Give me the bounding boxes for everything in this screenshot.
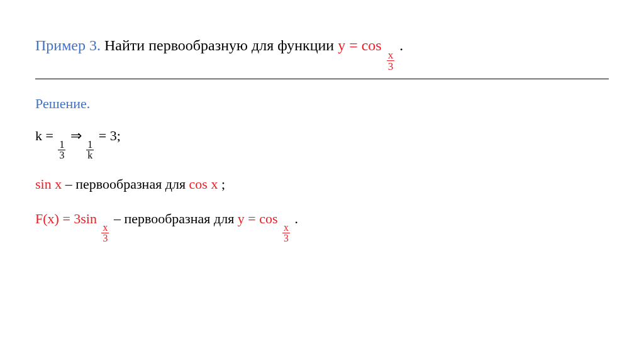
example-label: Пример 3. xyxy=(35,37,101,53)
y-fraction-num: x xyxy=(282,223,290,233)
problem-prompt: Найти первообразную для функции xyxy=(104,37,338,53)
F-fraction-num: x xyxy=(101,223,109,233)
func-fraction: x 3 xyxy=(387,50,395,72)
F-fraction-den: 3 xyxy=(101,233,109,243)
line-sin-cos: sin x – первообразная для cos x ; xyxy=(35,173,609,195)
problem-title: Пример 3. Найти первообразную для функци… xyxy=(35,35,609,79)
sinx: sin x xyxy=(35,176,62,192)
func-lhs: y = cos xyxy=(338,37,382,53)
y-fraction-den: 3 xyxy=(282,233,290,243)
frac-one-over-k-num: 1 xyxy=(86,140,94,150)
antiderivative-text-2: – первообразная для xyxy=(114,211,238,226)
arrow-implies: ⇒ xyxy=(70,128,86,143)
k-equals: k = xyxy=(35,128,57,143)
line-k: k = 1 3 ⇒ 1 k = 3; xyxy=(35,125,609,160)
result-y: y = cos x 3 xyxy=(238,211,295,226)
y-fraction: x 3 xyxy=(282,223,290,243)
F-equals: F(x) = 3sin xyxy=(35,211,97,226)
result-F: F(x) = 3sin x 3 xyxy=(35,211,114,226)
frac-one-over-k-den: k xyxy=(86,150,94,160)
line-result: F(x) = 3sin x 3 – первообразная для y = … xyxy=(35,208,609,243)
document-page: Пример 3. Найти первообразную для функци… xyxy=(0,0,644,243)
semicolon: ; xyxy=(221,176,225,192)
title-period: . xyxy=(399,37,403,53)
func-fraction-den: 3 xyxy=(387,60,395,72)
F-fraction: x 3 xyxy=(101,223,109,243)
frac-one-over-k: 1 k xyxy=(86,140,94,160)
problem-function: y = cos x 3 xyxy=(338,37,399,53)
frac-one-third-den: 3 xyxy=(58,150,65,160)
frac-one-third-num: 1 xyxy=(58,140,65,150)
cosx: cos x xyxy=(189,176,218,192)
result-period: . xyxy=(294,211,298,226)
func-fraction-num: x xyxy=(387,50,395,60)
antiderivative-text-1: – первообразная для xyxy=(65,176,189,192)
solution-label: Решение. xyxy=(35,96,609,112)
frac-one-third: 1 3 xyxy=(58,140,65,160)
equals-three: = 3; xyxy=(99,128,121,143)
y-equals: y = cos xyxy=(238,211,278,226)
